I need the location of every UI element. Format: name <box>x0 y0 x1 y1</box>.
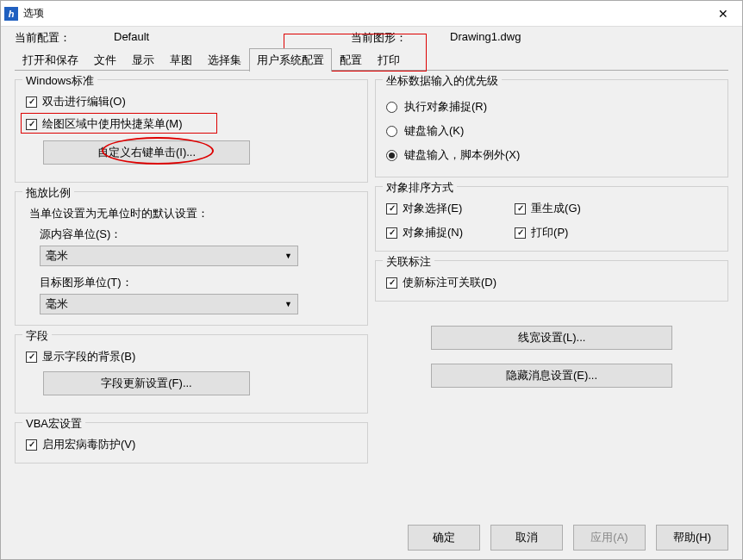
checkbox-show-field-bg[interactable] <box>26 352 37 363</box>
checkbox-dblclick-edit[interactable] <box>26 96 37 108</box>
label-keyboard-except-script: 键盘输入，脚本例外(X) <box>404 147 520 163</box>
label-regen: 重生成(G) <box>531 201 581 216</box>
label-obj-select: 对象选择(E) <box>403 201 462 216</box>
label-show-field-bg: 显示字段的背景(B) <box>42 349 135 364</box>
current-config-value: Default <box>114 30 149 46</box>
tab-print[interactable]: 打印 <box>370 48 408 72</box>
help-button[interactable]: 帮助(H) <box>656 525 728 551</box>
label-make-assoc: 使新标注可关联(D) <box>403 275 496 290</box>
group-assoc-dim: 关联标注 使新标注可关联(D) <box>375 260 728 302</box>
titlebar: h 选项 ✕ <box>1 1 742 27</box>
group-title: 关联标注 <box>383 254 434 270</box>
radio-osnap[interactable] <box>386 102 397 113</box>
label-osnap: 执行对象捕捉(R) <box>404 99 487 115</box>
group-coord-priority: 坐标数据输入的优先级 执行对象捕捉(R) 键盘输入(K) 键盘输入，脚本例外(X… <box>375 79 728 177</box>
window-title: 选项 <box>23 6 704 21</box>
label-dblclick-edit: 双击进行编辑(O) <box>42 94 126 109</box>
checkbox-virus-protect[interactable] <box>26 439 37 451</box>
group-obj-sort: 对象排序方式 对象选择(E) 对象捕捉(N) <box>375 186 728 252</box>
group-title: 坐标数据输入的优先级 <box>383 73 502 89</box>
config-row: 当前配置： Default 当前图形： Drawing1.dwg <box>1 27 742 47</box>
group-drag-scale: 拖放比例 当单位设置为无单位时的默认设置： 源内容单位(S)： 毫米 ▼ 目标图… <box>15 191 368 326</box>
current-drawing-label: 当前图形： <box>351 30 407 46</box>
label-obj-osnap: 对象捕捉(N) <box>403 225 463 240</box>
select-value: 毫米 <box>46 296 68 312</box>
group-title: VBA宏设置 <box>22 416 85 432</box>
tab-selection[interactable]: 选择集 <box>200 48 249 72</box>
label-print: 打印(P) <box>531 225 568 240</box>
app-icon: h <box>4 7 18 21</box>
chevron-down-icon: ▼ <box>284 300 292 308</box>
tab-user-sys-config[interactable]: 用户系统配置 <box>249 48 332 72</box>
group-vba: VBA宏设置 启用宏病毒防护(V) <box>15 422 368 464</box>
tab-profile[interactable]: 配置 <box>332 48 370 72</box>
button-lineweight-settings[interactable]: 线宽设置(L)... <box>431 326 672 350</box>
radio-keyboard[interactable] <box>386 126 397 137</box>
tabs: 打开和保存 文件 显示 草图 选择集 用户系统配置 配置 打印 <box>1 47 742 71</box>
checkbox-shortcut-menu[interactable] <box>26 119 37 130</box>
tab-display[interactable]: 显示 <box>124 48 162 72</box>
radio-keyboard-except-script[interactable] <box>386 150 397 161</box>
tab-sketch[interactable]: 草图 <box>162 48 200 72</box>
label-virus-protect: 启用宏病毒防护(V) <box>42 437 135 452</box>
group-windows-standard: Windows标准 双击进行编辑(O) 绘图区域中使用快捷菜单(M) 自定义右键… <box>15 79 368 183</box>
select-source-unit[interactable]: 毫米 ▼ <box>40 246 298 266</box>
button-field-update-settings[interactable]: 字段更新设置(F)... <box>43 371 250 395</box>
button-custom-rclick[interactable]: 自定义右键单击(I)... <box>43 140 250 165</box>
button-hidden-msg-settings[interactable]: 隐藏消息设置(E)... <box>431 364 672 388</box>
checkbox-print[interactable] <box>515 227 526 239</box>
ok-button[interactable]: 确定 <box>408 525 480 551</box>
checkbox-make-assoc[interactable] <box>386 277 397 289</box>
current-drawing-value: Drawing1.dwg <box>450 30 521 46</box>
select-target-unit[interactable]: 毫米 ▼ <box>40 294 298 314</box>
label-keyboard: 键盘输入(K) <box>404 123 464 139</box>
current-config-label: 当前配置： <box>15 30 71 46</box>
label-shortcut-menu: 绘图区域中使用快捷菜单(M) <box>42 116 183 132</box>
footer: 确定 取消 应用(A) 帮助(H) <box>1 516 742 559</box>
group-title: 字段 <box>22 328 52 344</box>
chevron-down-icon: ▼ <box>284 252 292 260</box>
close-icon[interactable]: ✕ <box>704 1 742 27</box>
select-value: 毫米 <box>46 248 68 264</box>
checkbox-obj-osnap[interactable] <box>386 227 397 239</box>
label-target-unit: 目标图形单位(T)： <box>40 275 357 290</box>
group-title: 对象排序方式 <box>383 180 457 196</box>
checkbox-regen[interactable] <box>515 203 526 215</box>
cancel-button[interactable]: 取消 <box>490 525 563 551</box>
apply-button[interactable]: 应用(A) <box>573 525 646 551</box>
label-drag-desc: 当单位设置为无单位时的默认设置： <box>29 206 357 221</box>
tab-file[interactable]: 文件 <box>86 48 124 72</box>
tab-open-save[interactable]: 打开和保存 <box>15 48 86 72</box>
group-title: Windows标准 <box>22 73 97 89</box>
checkbox-obj-select[interactable] <box>386 203 397 215</box>
group-title: 拖放比例 <box>22 185 74 201</box>
label-source-unit: 源内容单位(S)： <box>40 227 357 242</box>
group-fields: 字段 显示字段的背景(B) 字段更新设置(F)... <box>15 334 368 414</box>
